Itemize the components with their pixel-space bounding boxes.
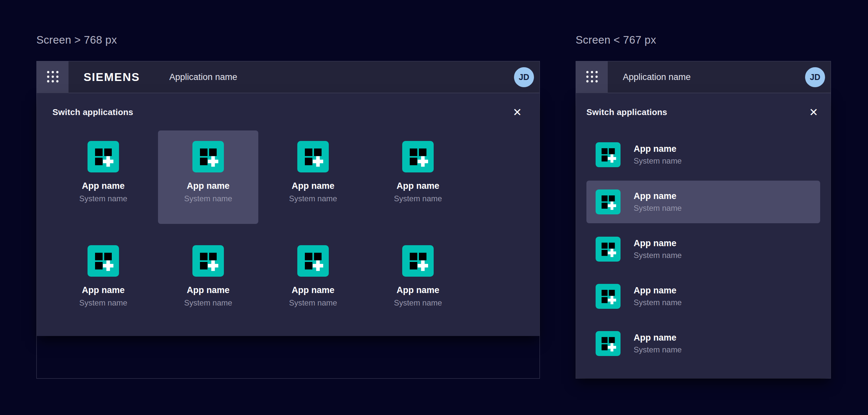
system-name: System name [79,298,127,308]
app-icon [297,245,329,277]
application-title: Application name [169,72,237,82]
app-list: App name System name [586,133,820,378]
app-content-area [37,336,539,378]
app-name: App name [397,181,440,191]
app-labels: App name System name [633,191,682,213]
app-name: App name [292,181,335,191]
app-tile[interactable]: App name System name [263,130,363,224]
app-name: App name [187,181,230,191]
system-name: System name [394,194,442,203]
app-list-item[interactable]: App name System name [586,322,820,365]
app-tile[interactable]: App name System name [368,130,468,224]
design-canvas: Screen > 768 px SIEMENS Application name… [0,0,868,415]
system-name: System name [289,194,337,203]
app-icon [596,237,621,262]
system-name: System name [633,251,682,260]
app-name: App name [633,238,682,249]
close-icon[interactable]: ✕ [807,107,820,118]
overlay-heading: Switch applications [53,107,133,117]
app-name: App name [82,285,125,295]
user-avatar[interactable]: JD [805,67,825,87]
app-name: App name [633,333,682,343]
app-icon [297,141,329,172]
overlay-heading: Switch applications [586,107,668,117]
close-icon[interactable]: ✕ [511,107,524,118]
app-tile[interactable]: App name System name [53,235,153,328]
app-list-item[interactable]: App name System name [586,275,820,318]
system-name: System name [394,298,442,308]
app-list-item[interactable]: App name System name [586,133,820,176]
app-labels: App name System name [633,144,682,165]
mobile-variant-label: Screen < 767 px [576,33,656,47]
system-name: System name [633,203,682,213]
overlay-header: Switch applications ✕ [586,93,820,118]
system-name: System name [633,298,682,307]
system-name: System name [289,298,337,308]
app-name: App name [292,285,335,295]
app-labels: App name System name [633,286,682,307]
app-icon [596,189,621,214]
app-name: App name [187,285,230,295]
app-list-item[interactable]: App name System name [586,228,820,270]
app-labels: App name System name [633,333,682,354]
grid-dots-icon [45,69,60,85]
system-name: System name [633,345,682,354]
app-icon [402,141,434,172]
app-icon [596,142,621,167]
app-list-item[interactable]: App name System name [586,181,820,223]
app-list-item[interactable]: App name System name [586,370,820,378]
overlay-header: Switch applications ✕ [53,93,524,118]
app-tile[interactable]: App name System name [53,130,153,224]
app-tile[interactable]: App name System name [158,235,258,328]
user-avatar[interactable]: JD [514,67,534,87]
app-name: App name [633,144,682,154]
app-icon [596,331,621,356]
mobile-app-header: Application name JD [576,61,831,93]
system-name: System name [184,194,232,203]
app-switcher-button[interactable] [576,61,608,93]
app-name: App name [397,285,440,295]
app-tile[interactable]: App name System name [368,235,468,328]
desktop-window: SIEMENS Application name JD Switch appli… [36,61,540,379]
siemens-logo: SIEMENS [84,70,140,84]
mobile-window: Application name JD Switch applications … [576,61,831,379]
switch-applications-overlay: Switch applications ✕ [37,93,539,336]
app-tile[interactable]: App name System name [158,130,258,224]
app-name: App name [82,181,125,191]
application-title: Application name [623,72,691,82]
desktop-variant-label: Screen > 768 px [36,33,117,47]
app-tile[interactable]: App name System name [263,235,363,328]
app-name: App name [633,191,682,201]
app-switcher-button[interactable] [37,61,68,93]
app-labels: App name System name [633,238,682,260]
app-icon [192,245,224,277]
app-icon [88,245,119,277]
app-icon [596,284,621,309]
app-name: App name [633,286,682,296]
app-icon [192,141,224,172]
app-icon [402,245,434,277]
grid-dots-icon [585,69,599,85]
desktop-app-header: SIEMENS Application name JD [37,61,539,93]
app-grid: App name System name [53,130,524,328]
system-name: System name [633,156,682,165]
system-name: System name [79,194,127,203]
system-name: System name [184,298,232,308]
app-icon [88,141,119,172]
switch-applications-overlay: Switch applications ✕ [576,93,831,378]
